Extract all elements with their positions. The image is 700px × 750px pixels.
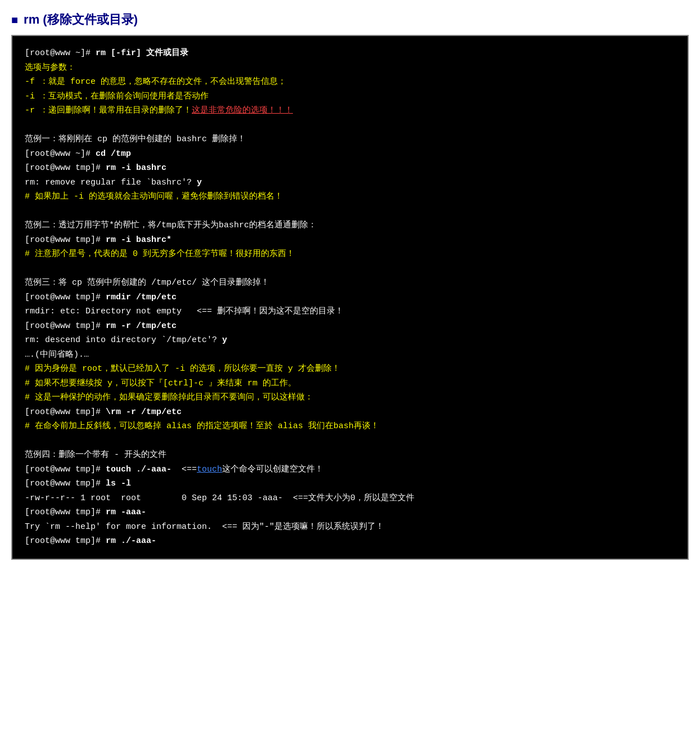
terminal-line-23: [root@www tmp]# \rm -r /tmp/etc — [25, 405, 675, 420]
terminal-blank-3 — [25, 262, 675, 276]
terminal-line-19: ….(中间省略).… — [25, 348, 675, 362]
terminal-line-3: -f ：就是 force 的意思，忽略不存在的文件，不会出现警告信息； — [25, 75, 675, 89]
terminal-line-4: -i ：互动模式，在删除前会询问使用者是否动作 — [25, 89, 675, 104]
terminal-line-20: # 因为身份是 root，默认已经加入了 -i 的选项，所以你要一直按 y 才会… — [25, 362, 675, 376]
terminal-line-1: [root@www ~]# rm [-fir] 文件或目录 — [25, 46, 675, 61]
terminal-line-12: [root@www tmp]# rm -i bashrc* — [25, 233, 675, 248]
section-title: rm (移除文件或目录) — [24, 11, 138, 28]
terminal-line-21: # 如果不想要继续按 y，可以按下『[ctrl]-c 』来结束 rm 的工作。 — [25, 376, 675, 391]
terminal-line-5: -r ：递回删除啊！最常用在目录的删除了！这是非常危险的选项！！！ — [25, 104, 675, 118]
terminal-line-30: Try `rm --help' for more information. <=… — [25, 520, 675, 535]
terminal-line-15: [root@www tmp]# rmdir /tmp/etc — [25, 290, 675, 305]
terminal-line-2: 选项与参数： — [25, 61, 675, 75]
terminal-line-17: [root@www tmp]# rm -r /tmp/etc — [25, 319, 675, 334]
terminal-line-31: [root@www tmp]# rm ./-aaa- — [25, 534, 675, 549]
terminal-line-26: [root@www tmp]# touch ./-aaa- <==touch这个… — [25, 462, 675, 477]
terminal-line-16: rmdir: etc: Directory not empty <== 删不掉啊… — [25, 304, 675, 319]
terminal-line-9: rm: remove regular file `bashrc'? y — [25, 176, 675, 190]
terminal-line-6: 范例一：将刚刚在 cp 的范例中创建的 bashrc 删除掉！ — [25, 132, 675, 147]
terminal-line-14: 范例三：将 cp 范例中所创建的 /tmp/etc/ 这个目录删除掉！ — [25, 276, 675, 290]
section-bullet: ■ — [11, 14, 18, 26]
terminal-blank-2 — [25, 204, 675, 219]
terminal-blank-1 — [25, 118, 675, 133]
terminal-line-18: rm: descend into directory `/tmp/etc'? y — [25, 333, 675, 348]
terminal-line-27: [root@www tmp]# ls -l — [25, 477, 675, 491]
section-header: ■ rm (移除文件或目录) — [11, 11, 689, 28]
terminal-blank-4 — [25, 434, 675, 448]
terminal-line-7: [root@www ~]# cd /tmp — [25, 147, 675, 161]
terminal-line-10: # 如果加上 -i 的选项就会主动询问喔，避免你删除到错误的档名！ — [25, 190, 675, 204]
terminal-line-11: 范例二：透过万用字节*的帮忙，将/tmp底下开头为bashrc的档名通通删除： — [25, 218, 675, 233]
terminal-line-8: [root@www tmp]# rm -i bashrc — [25, 161, 675, 176]
terminal-line-24: # 在命令前加上反斜线，可以忽略掉 alias 的指定选项喔！至於 alias … — [25, 419, 675, 434]
terminal-block: [root@www ~]# rm [-fir] 文件或目录 选项与参数： -f … — [11, 35, 689, 560]
terminal-line-29: [root@www tmp]# rm -aaa- — [25, 505, 675, 520]
terminal-line-25: 范例四：删除一个带有 - 开头的文件 — [25, 448, 675, 462]
terminal-line-22: # 这是一种保护的动作，如果确定要删除掉此目录而不要询问，可以这样做： — [25, 390, 675, 405]
terminal-line-28: -rw-r--r-- 1 root root 0 Sep 24 15:03 -a… — [25, 491, 675, 506]
terminal-line-13: # 注意那个星号，代表的是 0 到无穷多个任意字节喔！很好用的东西！ — [25, 247, 675, 262]
